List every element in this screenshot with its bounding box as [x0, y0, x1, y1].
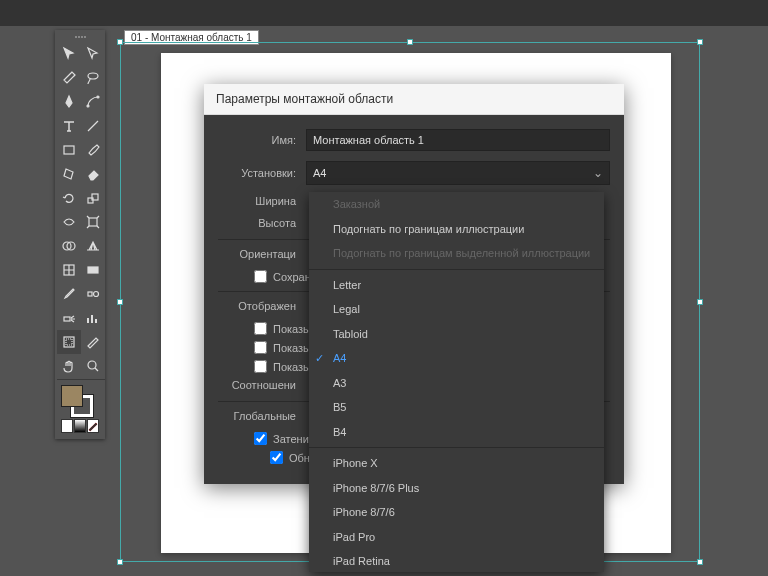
- preset-option[interactable]: iPhone 8/7/6: [309, 500, 604, 525]
- preset-option[interactable]: Tabloid: [309, 322, 604, 347]
- resize-handle[interactable]: [117, 39, 123, 45]
- preset-option[interactable]: iPad Retina: [309, 549, 604, 572]
- svg-point-2: [97, 96, 99, 98]
- shade-checkbox[interactable]: [254, 432, 267, 445]
- shaper-tool-icon[interactable]: [57, 162, 81, 186]
- width-tool-icon[interactable]: [57, 210, 81, 234]
- svg-point-12: [94, 292, 99, 297]
- svg-point-16: [88, 361, 96, 369]
- dialog-title: Параметры монтажной области: [204, 84, 624, 115]
- preset-option: Подогнать по границам выделенной иллюстр…: [309, 241, 604, 266]
- svg-rect-13: [64, 317, 70, 321]
- preset-select[interactable]: A4: [306, 161, 610, 185]
- svg-rect-10: [88, 267, 98, 273]
- svg-point-0: [88, 73, 98, 79]
- display-label: Отображен: [218, 300, 306, 312]
- preset-option[interactable]: Legal: [309, 297, 604, 322]
- eraser-tool-icon[interactable]: [81, 162, 105, 186]
- paintbrush-tool-icon[interactable]: [81, 138, 105, 162]
- resize-handle[interactable]: [407, 39, 413, 45]
- eyedropper-tool-icon[interactable]: [57, 282, 81, 306]
- name-label: Имя:: [218, 134, 306, 146]
- preserve-checkbox[interactable]: [254, 270, 267, 283]
- preset-option[interactable]: iPhone 8/7/6 Plus: [309, 476, 604, 501]
- show-checkbox-3[interactable]: [254, 360, 267, 373]
- preset-option[interactable]: iPhone X: [309, 451, 604, 476]
- resize-handle[interactable]: [117, 299, 123, 305]
- svg-point-1: [87, 105, 89, 107]
- preset-option[interactable]: B4: [309, 420, 604, 445]
- preset-option[interactable]: A4: [309, 346, 604, 371]
- name-input[interactable]: [306, 129, 610, 151]
- zoom-tool-icon[interactable]: [81, 354, 105, 378]
- preset-option[interactable]: iPad Pro: [309, 525, 604, 550]
- mesh-tool-icon[interactable]: [57, 258, 81, 282]
- ratio-label: Соотношени: [218, 379, 306, 391]
- artboard-tool-icon[interactable]: [57, 330, 81, 354]
- rotate-tool-icon[interactable]: [57, 186, 81, 210]
- scale-tool-icon[interactable]: [81, 186, 105, 210]
- preset-option: Заказной: [309, 192, 604, 217]
- type-tool-icon[interactable]: [57, 114, 81, 138]
- svg-rect-11: [88, 292, 92, 296]
- resize-handle[interactable]: [117, 559, 123, 565]
- symbol-sprayer-tool-icon[interactable]: [57, 306, 81, 330]
- height-label: Высота: [218, 217, 306, 229]
- color-mode-icon[interactable]: [61, 419, 73, 433]
- slice-tool-icon[interactable]: [81, 330, 105, 354]
- global-label: Глобальные: [218, 410, 306, 422]
- preset-option[interactable]: Letter: [309, 273, 604, 298]
- curvature-tool-icon[interactable]: [81, 90, 105, 114]
- show-checkbox-2[interactable]: [254, 341, 267, 354]
- hand-tool-icon[interactable]: [57, 354, 81, 378]
- shape-builder-tool-icon[interactable]: [57, 234, 81, 258]
- panel-grip[interactable]: [57, 32, 103, 42]
- svg-rect-15: [66, 339, 72, 345]
- app-titlebar: [0, 0, 768, 26]
- gradient-tool-icon[interactable]: [81, 258, 105, 282]
- lasso-tool-icon[interactable]: [81, 66, 105, 90]
- gradient-mode-icon[interactable]: [74, 419, 86, 433]
- width-label: Ширина: [218, 195, 306, 207]
- preset-label: Установки:: [218, 167, 306, 179]
- svg-rect-6: [89, 218, 97, 226]
- color-swatches[interactable]: [57, 381, 103, 437]
- orientation-label: Ориентаци: [218, 248, 306, 260]
- direct-selection-tool-icon[interactable]: [81, 42, 105, 66]
- none-mode-icon[interactable]: [87, 419, 99, 433]
- line-tool-icon[interactable]: [81, 114, 105, 138]
- show-checkbox-1[interactable]: [254, 322, 267, 335]
- free-transform-tool-icon[interactable]: [81, 210, 105, 234]
- preset-option[interactable]: B5: [309, 395, 604, 420]
- resize-handle[interactable]: [697, 39, 703, 45]
- blend-tool-icon[interactable]: [81, 282, 105, 306]
- preset-dropdown: ЗаказнойПодогнать по границам иллюстраци…: [309, 192, 604, 572]
- rectangle-tool-icon[interactable]: [57, 138, 81, 162]
- magic-wand-tool-icon[interactable]: [57, 66, 81, 90]
- fill-swatch[interactable]: [61, 385, 83, 407]
- preset-option[interactable]: Подогнать по границам иллюстрации: [309, 217, 604, 242]
- selection-tool-icon[interactable]: [57, 42, 81, 66]
- svg-rect-3: [64, 146, 74, 154]
- resize-handle[interactable]: [697, 299, 703, 305]
- pen-tool-icon[interactable]: [57, 90, 81, 114]
- resize-handle[interactable]: [697, 559, 703, 565]
- update-checkbox[interactable]: [270, 451, 283, 464]
- perspective-grid-tool-icon[interactable]: [81, 234, 105, 258]
- preset-option[interactable]: A3: [309, 371, 604, 396]
- tools-panel: [55, 30, 105, 439]
- column-graph-tool-icon[interactable]: [81, 306, 105, 330]
